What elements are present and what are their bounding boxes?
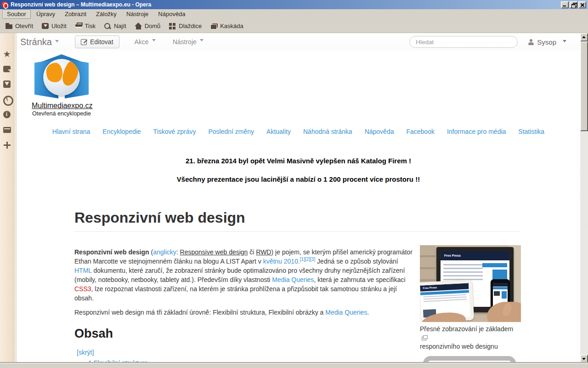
- menu-zobrazit[interactable]: Zobrazit: [61, 10, 90, 18]
- site-logo: Multimediaexpo.cz Otevřená encyklopedie: [32, 54, 91, 117]
- chevron-down-icon: [200, 39, 204, 43]
- save-icon: [41, 23, 49, 29]
- search-icon: [104, 23, 112, 29]
- restore-button[interactable]: [570, 1, 577, 8]
- tiles-button[interactable]: Dlaždice: [168, 22, 203, 30]
- link-anglicky[interactable]: anglicky: [153, 248, 176, 256]
- info-icon[interactable]: [3, 110, 11, 119]
- window-controls: [561, 1, 587, 8]
- reference-3[interactable]: [3]: [310, 257, 315, 262]
- close-button[interactable]: [578, 1, 586, 8]
- globe-book-logo-icon[interactable]: [34, 54, 89, 99]
- opera-logo-icon: [1, 1, 8, 8]
- article: Responzivní web design Free Press: [74, 209, 521, 363]
- minimize-button[interactable]: [561, 1, 569, 8]
- nav-napoveda[interactable]: Nápověda: [365, 128, 394, 135]
- menu-upravy[interactable]: Úpravy: [32, 10, 59, 18]
- user-icon: [528, 39, 534, 45]
- history-clock-icon[interactable]: [3, 95, 11, 104]
- cascade-button[interactable]: Kaskáda: [209, 22, 244, 30]
- nav-facebook[interactable]: Facebook: [406, 128, 434, 135]
- cascade-icon: [210, 23, 218, 29]
- page-menu[interactable]: Stránka: [20, 37, 59, 47]
- vertical-scrollbar[interactable]: [580, 33, 588, 363]
- tablet-frame-graphic: [423, 356, 516, 363]
- menu-bar: Soubor Úpravy Zobrazit Záložky Nástroje …: [0, 9, 588, 19]
- notes-icon[interactable]: [3, 65, 11, 74]
- magnify-icon[interactable]: [422, 335, 428, 340]
- page-title: Responzivní web design: [74, 209, 521, 232]
- site-name-link[interactable]: Multimediaexpo.cz: [32, 102, 93, 110]
- browser-toolbar: Otevřít Uložit Tisk Najít Domů Dlaždice …: [0, 19, 588, 33]
- scroll-down-button[interactable]: [580, 355, 588, 363]
- nav-hlavni-strana[interactable]: Hlavní strana: [52, 128, 90, 135]
- print-button[interactable]: Tisk: [74, 22, 96, 30]
- nav-statistika[interactable]: Statistika: [518, 128, 544, 135]
- nav-encyklopedie[interactable]: Encyklopedie: [102, 128, 141, 135]
- figure-devices: Free Press Free Press: [420, 245, 521, 351]
- titlebar: Responzivní web design – Multimediaexpo.…: [0, 0, 588, 9]
- folder-icon: [5, 23, 13, 29]
- main-navigation: Hlavní strana Encyklopedie Tiskové zpráv…: [17, 128, 580, 135]
- windows-icon[interactable]: [3, 126, 11, 134]
- opera-panel-sidebar: ★: [0, 33, 14, 363]
- link-rwd[interactable]: RWD: [256, 248, 271, 256]
- announcement-line-1: 21. března 2014 byl opět Velmi Masivně v…: [17, 157, 580, 165]
- announcement-line-2: Všechny prezentace jsou lacinější a nabí…: [17, 175, 580, 183]
- tiles-icon: [169, 23, 176, 29]
- figure-tablet-diagram[interactable]: [423, 356, 516, 363]
- link-media-queries-2[interactable]: Media Queries: [325, 309, 367, 316]
- menu-napoveda[interactable]: Nápověda: [154, 10, 189, 18]
- add-panel-icon[interactable]: [3, 141, 11, 150]
- reference-2[interactable]: [2]: [305, 257, 310, 262]
- link-kvetnu-2010[interactable]: květnu 2010.: [263, 258, 300, 265]
- link-html[interactable]: HTML: [74, 267, 92, 274]
- link-css3[interactable]: CSS3: [74, 285, 91, 293]
- home-icon: [135, 23, 142, 29]
- print-icon: [75, 23, 83, 29]
- scroll-up-button[interactable]: [580, 33, 588, 41]
- nav-informace-pro-media[interactable]: Informace pro média: [447, 128, 506, 135]
- menu-soubor[interactable]: Soubor: [2, 10, 31, 19]
- link-media-queries[interactable]: Media Queries: [272, 276, 314, 283]
- chevron-down-icon: [563, 40, 566, 44]
- edit-button[interactable]: Editovat: [75, 35, 119, 48]
- menu-nastroje[interactable]: Nástroje: [122, 10, 153, 18]
- scrollbar-thumb[interactable]: [580, 41, 588, 131]
- search-input[interactable]: [409, 36, 518, 48]
- window-title: Responzivní web design – Multimediaexpo.…: [11, 1, 559, 8]
- opera-window: Responzivní web design – Multimediaexpo.…: [0, 0, 588, 368]
- responsive-devices-photo[interactable]: Free Press Free Press: [420, 245, 521, 322]
- site-tagline: Otevřená encyklopedie: [32, 110, 91, 117]
- status-bar: [0, 363, 588, 368]
- nav-posledni-zmeny[interactable]: Poslední změny: [208, 128, 254, 135]
- downloads-icon[interactable]: [3, 80, 11, 89]
- tools-menu[interactable]: Nástroje: [173, 38, 204, 46]
- open-button[interactable]: Otevřít: [4, 22, 34, 30]
- wiki-action-bar: Stránka Editovat Akce Nástroje Sysop: [17, 33, 580, 51]
- link-responsive-web-design[interactable]: Responsive web design: [180, 248, 248, 256]
- home-button[interactable]: Domů: [134, 22, 162, 30]
- page-viewport: Stránka Editovat Akce Nástroje Sysop Mul…: [17, 33, 580, 363]
- bookmarks-star-icon[interactable]: ★: [3, 50, 11, 58]
- figure-caption: Přesné zobrazování je základem responziv…: [420, 325, 521, 351]
- nav-tiskove-zpravy[interactable]: Tiskové zprávy: [153, 128, 196, 135]
- reference-1[interactable]: [1]: [300, 257, 305, 262]
- find-button[interactable]: Najít: [103, 22, 127, 30]
- nav-nahodna-stranka[interactable]: Náhodná stránka: [303, 128, 352, 135]
- chevron-down-icon: [55, 40, 59, 44]
- menu-zalozky[interactable]: Záložky: [92, 10, 121, 18]
- edit-pencil-icon: [81, 39, 87, 45]
- actions-menu[interactable]: Akce: [135, 38, 156, 46]
- chevron-down-icon: [152, 39, 156, 43]
- toc-link-flexibilni-struktura[interactable]: 1 Flexibilní struktura: [88, 359, 148, 363]
- globe-icon: [43, 59, 80, 96]
- nav-aktuality[interactable]: Aktuality: [266, 128, 291, 135]
- save-button[interactable]: Uložit: [40, 22, 68, 30]
- browser-content: ★ Stránka Editovat Akce Nástroje Sysop: [0, 33, 588, 363]
- user-menu[interactable]: Sysop: [528, 38, 566, 46]
